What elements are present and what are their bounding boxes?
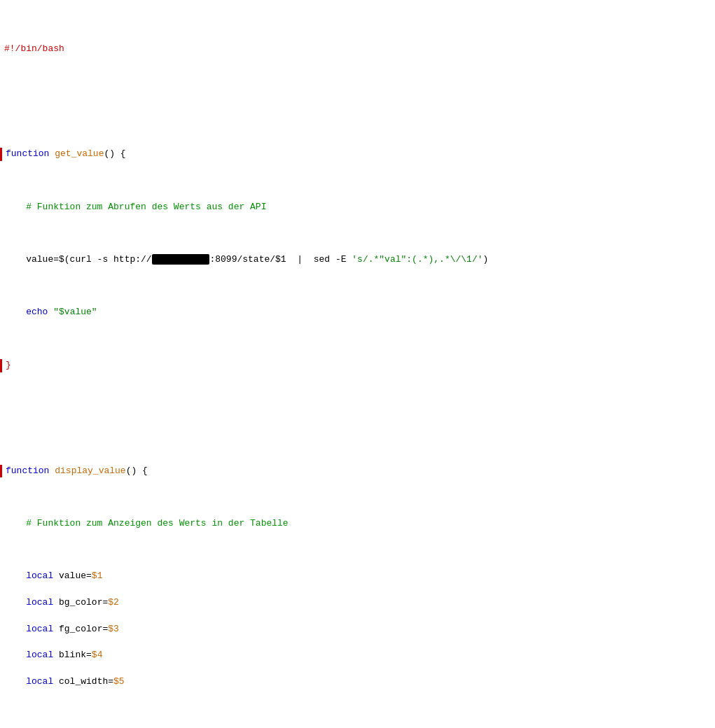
line-5: value=$(curl -s http://██████:8099/state… bbox=[0, 253, 715, 267]
line-14: local blink=$4 bbox=[0, 649, 715, 662]
line-2 bbox=[0, 95, 715, 108]
redacted-url: ██████ bbox=[152, 254, 210, 265]
line-15: local col_width=$5 bbox=[0, 676, 715, 689]
line-9: function display_value() { bbox=[0, 465, 715, 478]
line-6: echo "$value" bbox=[0, 306, 715, 319]
line-4: # Funktion zum Abrufen des Werts aus der… bbox=[0, 201, 715, 214]
line-8 bbox=[0, 412, 715, 425]
code-viewer: #!/bin/bash function get_value() { # Fun… bbox=[0, 0, 715, 728]
line-7: } bbox=[0, 359, 715, 372]
line-12: local bg_color=$2 bbox=[0, 596, 715, 610]
line-13: local fg_color=$3 bbox=[0, 623, 715, 636]
shebang: #!/bin/bash bbox=[4, 43, 64, 54]
line-11: local value=$1 bbox=[0, 570, 715, 583]
line-10: # Funktion zum Anzeigen des Werts in der… bbox=[0, 517, 715, 531]
line-1: #!/bin/bash bbox=[0, 43, 715, 56]
line-3: function get_value() { bbox=[0, 148, 715, 161]
